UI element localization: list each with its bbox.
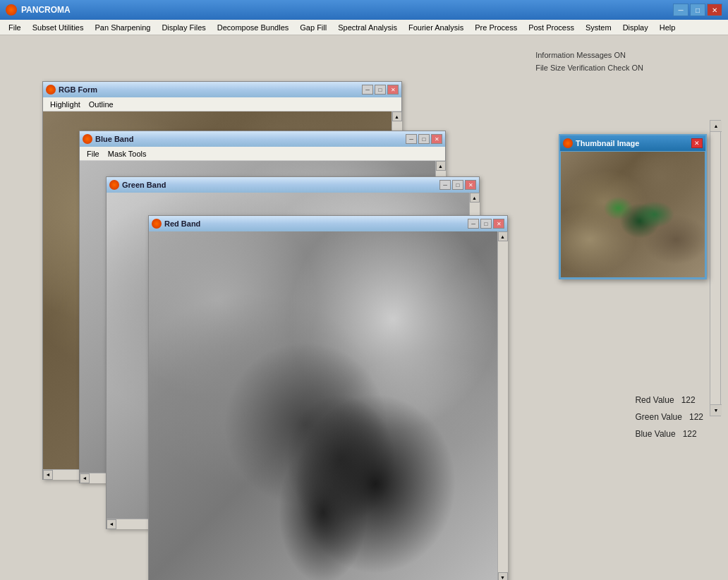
rgb-menu-highlight[interactable]: Highlight [46, 99, 85, 110]
red-window-icon [152, 219, 162, 229]
blue-window-icon [83, 134, 92, 144]
menu-post-process[interactable]: Post Process [523, 22, 580, 33]
app-icon [6, 4, 17, 16]
red-scroll-up[interactable]: ▲ [498, 231, 508, 241]
thumbnail-titlebar[interactable]: Thumbnail Image ✕ [560, 135, 705, 151]
app-title: PANCROMA [21, 5, 673, 15]
red-scroll-track-v[interactable] [498, 241, 508, 572]
green-window-buttons: ─ □ ✕ [439, 180, 476, 190]
red-scrollbar-v[interactable]: ▲ ▼ [497, 231, 507, 580]
rgb-window-buttons: ─ □ ✕ [362, 85, 399, 95]
red-value-label: Red Value [635, 395, 674, 405]
right-scroll-thumb[interactable] [710, 132, 720, 404]
blue-maximize-btn[interactable]: □ [418, 134, 430, 144]
green-value-row: Green Value 122 [635, 409, 703, 425]
menu-display[interactable]: Display [617, 22, 654, 33]
rgb-close-btn[interactable]: ✕ [387, 85, 399, 95]
red-minimize-btn[interactable]: ─ [468, 219, 479, 229]
blue-window-menu: File Mask Tools [80, 147, 445, 161]
rgb-window-icon [46, 85, 56, 95]
menu-system[interactable]: System [580, 22, 617, 33]
close-button[interactable]: ✕ [707, 4, 722, 16]
menu-decompose-bundles[interactable]: Decompose Bundles [212, 22, 295, 33]
red-titlebar[interactable]: Red Band ─ □ ✕ [149, 216, 507, 231]
menu-gap-fill[interactable]: Gap Fill [294, 22, 332, 33]
info-line2: File Size Verification Check ON [535, 62, 643, 75]
menu-display-files[interactable]: Display Files [156, 22, 211, 33]
red-value-number: 122 [681, 395, 696, 405]
rgb-title-text: RGB Form [59, 85, 362, 94]
thumbnail-close-btn[interactable]: ✕ [691, 138, 703, 148]
green-value-label: Green Value [635, 412, 682, 422]
red-title-text: Red Band [164, 219, 468, 228]
menu-pan-sharpening[interactable]: Pan Sharpening [90, 22, 157, 33]
right-scroll-up[interactable]: ▲ [710, 121, 722, 132]
maximize-button[interactable]: □ [690, 4, 705, 16]
red-maximize-btn[interactable]: □ [480, 219, 492, 229]
rgb-window-menu: Highlight Outline [43, 97, 401, 111]
green-minimize-btn[interactable]: ─ [439, 180, 451, 190]
menu-help[interactable]: Help [654, 22, 681, 33]
menu-spectral-analysis[interactable]: Spectral Analysis [332, 22, 403, 33]
red-image-content [149, 231, 497, 580]
green-value-number: 122 [689, 412, 703, 422]
rgb-titlebar[interactable]: RGB Form ─ □ ✕ [43, 82, 401, 97]
titlebar-buttons: ─ □ ✕ [673, 4, 722, 16]
blue-minimize-btn[interactable]: ─ [406, 134, 417, 144]
blue-value-row: Blue Value 122 [635, 425, 703, 442]
info-line1: Information Messages ON [535, 49, 643, 62]
red-band-window: Red Band ─ □ ✕ ▲ ▼ ◄ ► [148, 215, 508, 580]
pixel-values-panel: Red Value 122 Green Value 122 Blue Value… [635, 392, 703, 442]
menu-file[interactable]: File [3, 22, 27, 33]
menu-subset-utilities[interactable]: Subset Utilities [27, 22, 90, 33]
red-image [149, 231, 497, 580]
blue-titlebar[interactable]: Blue Band ─ □ ✕ [80, 131, 445, 147]
blue-window-buttons: ─ □ ✕ [406, 134, 442, 144]
menu-pre-process[interactable]: Pre Process [469, 22, 523, 33]
blue-value-number: 122 [683, 429, 697, 439]
red-scroll-down[interactable]: ▼ [498, 572, 508, 580]
blue-scroll-left[interactable]: ◄ [80, 473, 90, 483]
rgb-scroll-up[interactable]: ▲ [392, 111, 402, 121]
thumbnail-icon [563, 138, 573, 148]
green-close-btn[interactable]: ✕ [465, 180, 476, 190]
info-panel: Information Messages ON File Size Verifi… [535, 49, 643, 74]
blue-scroll-up[interactable]: ▲ [436, 161, 446, 171]
menu-bar: File Subset Utilities Pan Sharpening Dis… [0, 20, 728, 35]
red-window-buttons: ─ □ ✕ [468, 219, 504, 229]
blue-title-text: Blue Band [95, 135, 406, 143]
title-bar: PANCROMA ─ □ ✕ [0, 0, 728, 20]
main-area: Information Messages ON File Size Verifi… [0, 35, 728, 580]
red-close-btn[interactable]: ✕ [493, 219, 504, 229]
thumbnail-image [560, 151, 705, 278]
blue-value-label: Blue Value [635, 429, 675, 439]
rgb-menu-outline[interactable]: Outline [85, 99, 118, 110]
right-scroll-down[interactable]: ▼ [710, 404, 722, 416]
right-side-scrollbar[interactable]: ▲ ▼ [710, 120, 721, 416]
green-scroll-up[interactable]: ▲ [470, 193, 480, 203]
green-titlebar[interactable]: Green Band ─ □ ✕ [107, 177, 479, 193]
thumbnail-window: Thumbnail Image ✕ [559, 134, 707, 279]
menu-fourier-analysis[interactable]: Fourier Analysis [403, 22, 469, 33]
blue-menu-mask[interactable]: Mask Tools [104, 148, 151, 159]
green-title-text: Green Band [122, 181, 439, 189]
red-value-row: Red Value 122 [635, 392, 703, 409]
blue-close-btn[interactable]: ✕ [431, 134, 442, 144]
green-scroll-left[interactable]: ◄ [107, 519, 116, 529]
rgb-maximize-btn[interactable]: □ [375, 85, 386, 95]
green-maximize-btn[interactable]: □ [452, 180, 463, 190]
rgb-minimize-btn[interactable]: ─ [362, 85, 373, 95]
rgb-scroll-left[interactable]: ◄ [43, 470, 53, 480]
green-window-icon [109, 180, 119, 190]
blue-menu-file[interactable]: File [83, 148, 104, 159]
thumbnail-title-text: Thumbnail Image [576, 139, 691, 147]
minimize-button[interactable]: ─ [673, 4, 688, 16]
